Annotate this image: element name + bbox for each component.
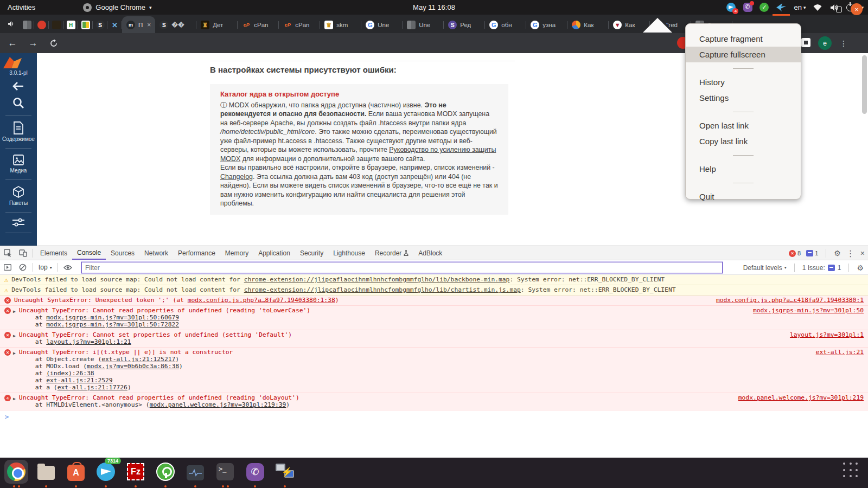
dock-software-icon[interactable]: A — [64, 460, 88, 484]
console-warning[interactable]: ⚠DevTools failed to load source map: Cou… — [0, 275, 868, 285]
menu-item-settings[interactable]: Settings — [686, 90, 801, 106]
log-level-selector[interactable]: Default levels▾ — [743, 264, 787, 272]
sidebar-item-back-arrow-icon[interactable] — [0, 81, 37, 91]
devtools-tab-sources[interactable]: Sources — [106, 246, 139, 260]
devtools-tab-adblock[interactable]: AdBlock — [413, 246, 447, 260]
sidebar-item-search-icon[interactable] — [0, 97, 37, 110]
browser-tab-0[interactable]: mП× — [122, 16, 155, 33]
stack-link[interactable]: modx.js?mv=0b6b0c3a:86:38 — [87, 363, 179, 370]
expand-caret-icon[interactable]: ▶ — [13, 309, 16, 314]
browser-tab-9[interactable]: Gобн — [485, 17, 526, 33]
dock-telegram-icon[interactable]: 7314 — [94, 460, 118, 484]
expand-caret-icon[interactable]: ▶ — [13, 351, 16, 356]
devtools-menu-icon[interactable]: ⋮ — [846, 248, 855, 259]
app-indicator[interactable]: Google Chrome ▾ — [83, 3, 151, 12]
devtools-close-icon[interactable]: × — [860, 249, 865, 258]
console-sidebar-icon[interactable] — [0, 264, 15, 271]
sidebar-item-Медиа[interactable]: Медиа — [0, 154, 37, 174]
console-prompt[interactable]: > — [0, 410, 868, 423]
console-settings-icon[interactable]: ⚙ — [857, 264, 864, 272]
inline-link[interactable]: Changelog — [220, 173, 253, 181]
expand-caret-icon[interactable]: ▶ — [13, 396, 16, 401]
devtools-tab-lighthouse[interactable]: Lighthouse — [328, 246, 370, 260]
devtools-tab-memory[interactable]: Memory — [220, 246, 253, 260]
browser-tab-3[interactable]: cPcPan — [238, 17, 279, 33]
menu-item-copy-last-link[interactable]: Copy last link — [686, 133, 801, 149]
console-message-count[interactable]: 1 — [806, 250, 818, 256]
devtools-tab-elements[interactable]: Elements — [35, 246, 72, 260]
stack-link[interactable]: ext-all.js:21:17726 — [58, 384, 127, 391]
stack-link[interactable]: modx.jsgrps-min.js?mv=301pl:50:72822 — [46, 321, 179, 328]
telegram-tray-icon[interactable]: 4 — [726, 3, 736, 12]
context-selector[interactable]: top▾ — [39, 264, 52, 271]
reload-button[interactable] — [47, 36, 61, 50]
show-applications-icon[interactable] — [843, 463, 859, 479]
browser-tab-1[interactable]: S�� — [155, 17, 196, 33]
message-link[interactable]: chrome-extension://jlipcaflaocihnmlhnhcf… — [244, 286, 521, 293]
dock-remote-icon[interactable]: ⚡ — [273, 460, 297, 484]
console-error[interactable]: ✕Uncaught SyntaxError: Unexpected token … — [0, 296, 868, 306]
sidebar-item-Содержимое[interactable]: Содержимое — [0, 121, 37, 142]
browser-tab-11[interactable]: Как — [567, 17, 609, 33]
menu-item-history[interactable]: History — [686, 74, 801, 90]
close-window-button[interactable]: × — [851, 3, 863, 15]
console-error[interactable]: ✕▶Uncaught TypeError: Cannot read proper… — [0, 306, 868, 330]
stack-link[interactable]: ext-all.js:21:2529 — [46, 377, 112, 384]
dock-files-icon[interactable] — [34, 460, 58, 484]
source-location-link[interactable]: modx.panel.welcome.js?mv=301pl:219 — [738, 394, 864, 401]
devtools-tab-recorder[interactable]: Recorder — [370, 246, 413, 260]
menu-item-open-last-link[interactable]: Open last link — [686, 118, 801, 133]
devtools-tab-network[interactable]: Network — [139, 246, 173, 260]
devtools-tab-console[interactable]: Console — [72, 246, 106, 260]
forward-button[interactable]: → — [26, 36, 40, 50]
browser-tab-4[interactable]: cPcPan — [279, 17, 320, 33]
sidebar-item-Пакеты[interactable]: Пакеты — [0, 185, 37, 206]
dock-terminal-icon[interactable]: >_ — [213, 460, 237, 484]
live-expression-eye-icon[interactable] — [60, 265, 75, 271]
wifi-icon[interactable] — [813, 3, 822, 12]
menu-item-quit[interactable]: Quit — [686, 189, 801, 204]
stack-link[interactable]: layout.js?mv=301pl:1:21 — [46, 338, 131, 345]
console-error[interactable]: 4▶Uncaught TypeError: Cannot read proper… — [0, 393, 868, 410]
profile-avatar[interactable]: e — [818, 36, 832, 50]
pinned-tab-leaf-app[interactable] — [78, 17, 93, 33]
pinned-tab-red-app[interactable] — [34, 17, 49, 33]
console-error-count[interactable]: ✕8 — [789, 250, 801, 257]
dock-filezilla-icon[interactable]: Fz — [124, 460, 148, 484]
clear-console-icon[interactable] — [15, 264, 30, 271]
expand-caret-icon[interactable]: ▶ — [13, 333, 16, 338]
message-link[interactable]: modx.config.js.php?a…8fa97.19403380:1:38 — [188, 297, 335, 304]
dock-keepass-icon[interactable] — [154, 460, 177, 484]
stack-link[interactable]: ext-all.js:21:125217 — [101, 356, 175, 363]
browser-tab-10[interactable]: Gузна — [526, 17, 567, 33]
source-location-link[interactable]: modx.config.js.php?a…c418fa97.19403380:1 — [716, 297, 864, 304]
console-warning[interactable]: ⚠DevTools failed to load source map: Cou… — [0, 285, 868, 296]
pinned-tab-h-app[interactable]: H — [63, 17, 78, 33]
pinned-tab-gold-app[interactable] — [49, 17, 63, 33]
menu-item-capture-fullscreen[interactable]: Capture fullscreen — [686, 47, 801, 62]
browser-tab-6[interactable]: GUne — [361, 17, 403, 33]
source-location-link[interactable]: layout.js?mv=301pl:1 — [790, 331, 864, 338]
chrome-menu-icon[interactable]: ⋮ — [838, 36, 849, 50]
console-error[interactable]: ✕▶Uncaught TypeError: Cannot set propert… — [0, 330, 868, 348]
source-location-link[interactable]: ext-all.js:21 — [816, 349, 864, 356]
activities-button[interactable]: Activities — [8, 3, 35, 11]
devtools-tab-security[interactable]: Security — [295, 246, 328, 260]
dock-viber-icon[interactable]: ✆ — [243, 460, 267, 484]
console-error[interactable]: ✕▶Uncaught TypeError: i[(t.xtype || e)] … — [0, 348, 868, 393]
devtools-tab-performance[interactable]: Performance — [173, 246, 220, 260]
inspect-element-icon[interactable] — [0, 246, 15, 260]
devtools-tab-application[interactable]: Application — [253, 246, 295, 260]
issues-counter[interactable]: 1 Issue:1 — [802, 264, 841, 272]
green-check-icon[interactable]: ✓ — [760, 3, 769, 12]
extension-icon[interactable] — [801, 38, 810, 47]
menu-item-capture-fragment[interactable]: Capture fragment — [686, 31, 801, 47]
language-indicator[interactable]: en▾ — [794, 3, 806, 11]
pinned-tab-s-app[interactable]: S — [93, 17, 107, 33]
page-scrollbar[interactable] — [862, 55, 867, 114]
screenshot-bird-icon[interactable] — [776, 2, 787, 13]
stack-link[interactable]: modx.panel.welcome.js?mv=301pl:219:39 — [150, 401, 286, 408]
dock-chrome-icon[interactable] — [4, 460, 28, 484]
stack-link[interactable]: modx.jsgrps-min.js?mv=301pl:50:60679 — [46, 314, 179, 321]
source-location-link[interactable]: modx.jsgrps-min.js?mv=301pl:50 — [753, 307, 864, 314]
